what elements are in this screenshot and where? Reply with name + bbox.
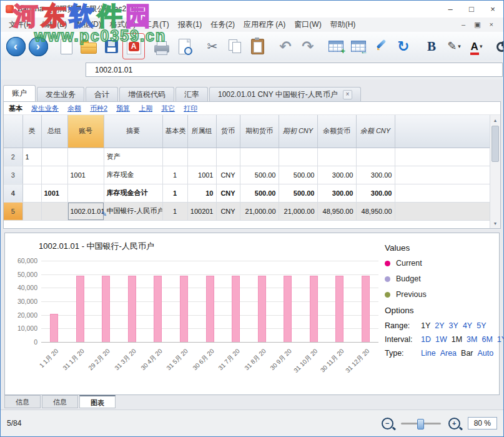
menu-item[interactable]: 编辑(E): [37, 18, 71, 31]
cell[interactable]: 1: [162, 202, 187, 220]
cell[interactable]: [22, 202, 41, 220]
tab[interactable]: 1002.01.01 CNY 中国银行-人民币户×: [209, 87, 361, 101]
mdi-close-button[interactable]: ×: [490, 21, 493, 29]
view-link[interactable]: 基本: [9, 104, 22, 113]
option-link[interactable]: 3M: [467, 335, 477, 344]
pdf-export-button[interactable]: A: [123, 34, 144, 59]
cell[interactable]: 500.00: [279, 184, 317, 202]
cell[interactable]: 300.00: [356, 166, 395, 184]
option-link[interactable]: Area: [440, 349, 457, 358]
option-link[interactable]: 6M: [482, 335, 492, 344]
view-link[interactable]: 打印: [184, 104, 197, 113]
paste-button[interactable]: [247, 34, 268, 59]
font-color-button[interactable]: A▾: [466, 34, 487, 59]
option-link[interactable]: 1D: [421, 335, 431, 344]
menu-item[interactable]: 工具(T): [140, 18, 173, 31]
cell[interactable]: [216, 148, 240, 166]
table-row[interactable]: 41001库存现金合计110CNY500.00500.00300.00300.0…: [4, 184, 490, 202]
option-link[interactable]: 1M: [452, 335, 462, 344]
tab[interactable]: 发生业务: [37, 87, 84, 101]
cut-button[interactable]: ✂: [202, 34, 223, 59]
maximize-button[interactable]: □: [461, 1, 482, 18]
cell[interactable]: 10: [187, 184, 216, 202]
view-link[interactable]: 预算: [116, 104, 130, 113]
row-number[interactable]: 2: [4, 148, 22, 166]
view-link[interactable]: 币种2: [90, 104, 107, 113]
view-link[interactable]: 发生业务: [31, 104, 59, 113]
menu-item[interactable]: 应用程序 (A): [239, 18, 290, 31]
mdi-minimize-button[interactable]: –: [462, 21, 465, 29]
cell[interactable]: 48,950.00: [356, 202, 395, 220]
cell[interactable]: 1: [162, 166, 187, 184]
print-preview-button[interactable]: [174, 34, 195, 59]
view-link[interactable]: 上期: [139, 104, 152, 113]
cell[interactable]: 300.00: [317, 166, 356, 184]
option-link[interactable]: Line: [421, 349, 436, 358]
pen-style-button[interactable]: ✎▾: [443, 34, 465, 59]
forward-button[interactable]: ›: [27, 34, 49, 59]
menu-item[interactable]: 文件(F): [4, 18, 37, 31]
scroll-up-icon[interactable]: ▲: [490, 115, 500, 125]
zoom-slider[interactable]: [401, 423, 441, 424]
table-row[interactable]: 51002.01.01中国银行-人民币户1100201CNY21,000.002…: [4, 202, 490, 220]
option-link[interactable]: 4Y: [463, 321, 472, 330]
cell[interactable]: [317, 148, 356, 166]
cell[interactable]: 48,950.00: [317, 202, 356, 220]
table-row[interactable]: 31001库存现金11001CNY500.00500.00300.00300.0…: [4, 166, 490, 184]
menu-item[interactable]: 任务(2): [206, 18, 239, 31]
print-button[interactable]: [151, 34, 172, 59]
zoom-slider-handle[interactable]: [417, 419, 424, 429]
cell[interactable]: 21,000.00: [279, 202, 317, 220]
zoom-level[interactable]: 80 %: [468, 417, 497, 429]
column-header[interactable]: 期初 CNY: [279, 115, 317, 148]
cell[interactable]: [187, 148, 216, 166]
tab[interactable]: 合计: [86, 87, 118, 101]
cell[interactable]: [41, 166, 67, 184]
cell[interactable]: 库存现金: [104, 166, 162, 184]
column-header[interactable]: 账号: [67, 115, 104, 148]
column-header[interactable]: 余额货币: [317, 115, 356, 148]
cell[interactable]: CNY: [216, 202, 240, 220]
menu-item[interactable]: 报表(1): [174, 18, 207, 31]
cell[interactable]: CNY: [216, 166, 240, 184]
table-extract-button[interactable]: ←: [348, 34, 369, 59]
cell[interactable]: 21,000.00: [240, 202, 279, 220]
minimize-button[interactable]: –: [440, 1, 461, 18]
option-link[interactable]: Bar: [461, 349, 473, 358]
column-header[interactable]: 类: [22, 115, 41, 148]
cell[interactable]: 库存现金合计: [104, 184, 162, 202]
cell[interactable]: CNY: [216, 184, 240, 202]
cell[interactable]: 100201: [187, 202, 216, 220]
cell[interactable]: [41, 202, 67, 220]
bottom-tab[interactable]: 图表: [79, 395, 116, 408]
table-row[interactable]: 21资产: [4, 148, 490, 166]
cell[interactable]: [22, 184, 41, 202]
option-link[interactable]: 5Y: [477, 321, 486, 330]
view-link[interactable]: 其它: [161, 104, 175, 113]
tab[interactable]: 汇率: [175, 87, 208, 101]
column-header[interactable]: 基本类: [162, 115, 187, 148]
redo-button[interactable]: ↷: [297, 34, 319, 59]
cell[interactable]: [41, 148, 67, 166]
bottom-tab[interactable]: 信息: [4, 395, 41, 408]
tab[interactable]: 增值税代码: [119, 87, 174, 101]
zoom-in-icon[interactable]: +: [448, 418, 460, 429]
option-link[interactable]: 1W: [435, 335, 447, 344]
refresh-button[interactable]: ↻: [393, 34, 414, 59]
row-number[interactable]: 4: [4, 184, 22, 202]
menu-item[interactable]: 数据(D): [71, 18, 106, 31]
row-number[interactable]: 3: [4, 166, 22, 184]
save-button[interactable]: [101, 34, 122, 59]
cell[interactable]: 300.00: [317, 184, 356, 202]
recalculate-button[interactable]: [370, 34, 392, 59]
back-button[interactable]: ‹: [5, 34, 26, 59]
cell[interactable]: [279, 148, 317, 166]
column-header[interactable]: 摘要: [104, 115, 162, 148]
cell[interactable]: [356, 148, 395, 166]
cell[interactable]: 1: [22, 148, 41, 166]
scroll-down-icon[interactable]: ▼: [490, 218, 500, 228]
tab[interactable]: 账户: [3, 85, 36, 101]
menu-item[interactable]: 格式(O): [106, 18, 140, 31]
scrollbar-thumb[interactable]: [492, 126, 499, 162]
option-link[interactable]: Auto: [478, 349, 494, 358]
